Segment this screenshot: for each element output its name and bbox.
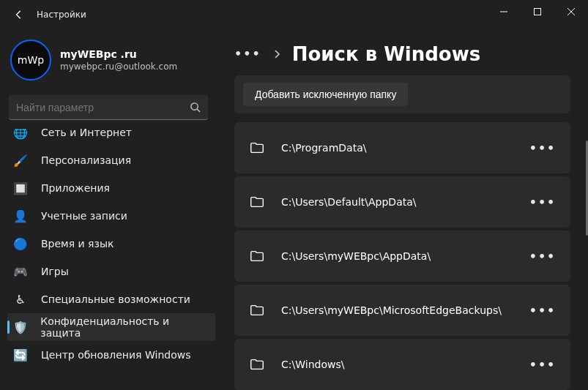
search-icon [190,102,201,113]
sidebar-item-icon: 🔄 [10,348,31,362]
excluded-folder-row[interactable]: C:\Users\myWEBpc\AppData\ ••• [234,230,570,282]
avatar: mWp [10,40,51,80]
svg-rect-1 [535,9,541,15]
profile-name: myWEBpc .ru [60,48,177,60]
sidebar-item[interactable]: 🔄 Центр обновления Windows [7,341,215,369]
search-box[interactable] [9,95,208,120]
folder-path: C:\Users\myWEBpc\AppData\ [281,250,513,262]
close-button[interactable] [554,0,588,23]
sidebar-item-label: Игры [41,266,69,277]
sidebar-item[interactable]: 🎮 Игры [7,258,215,285]
row-more-button[interactable]: ••• [529,300,556,320]
minimize-button[interactable] [487,0,521,23]
sidebar-item-icon: 🛡️ [10,320,30,334]
folder-icon [249,248,265,264]
profile-email: mywebpc.ru@outlook.com [60,61,177,72]
chevron-right-icon [273,49,280,59]
sidebar-item-icon: ♿ [10,293,31,307]
sidebar-item-label: Конфиденциальность и защита [40,315,208,339]
window-controls [487,0,588,23]
profile-block[interactable]: mWp myWEBpc .ru mywebpc.ru@outlook.com [7,32,215,89]
sidebar-item-icon: 🎮 [10,265,31,279]
svg-point-2 [191,103,198,110]
sidebar-item[interactable]: 🌐 Сеть и Интернет [7,129,215,146]
folder-icon [249,194,265,210]
folder-icon [249,302,265,318]
maximize-button[interactable] [521,0,554,23]
excluded-folder-row[interactable]: C:\Users\Default\AppData\ ••• [234,176,570,228]
sidebar-item-label: Специальные возможности [41,293,190,305]
page-title: Поиск в Windows [292,43,481,65]
add-excluded-folder-button[interactable]: Добавить исключенную папку [243,83,408,106]
add-folder-bar: Добавить исключенную папку [234,75,570,113]
sidebar-item[interactable]: 👤 Учетные записи [7,202,215,230]
sidebar-item-label: Персонализация [41,154,131,166]
sidebar-item-icon: 🖌️ [10,154,31,168]
breadcrumb: ••• Поиск в Windows [234,41,570,67]
folder-path: C:\ProgramData\ [281,142,513,154]
folder-path: C:\Users\Default\AppData\ [281,196,513,208]
excluded-folder-row[interactable]: C:\Users\myWEBpc\MicrosoftEdgeBackups\ •… [234,285,570,336]
svg-line-3 [197,109,200,112]
sidebar-item[interactable]: 🖌️ Персонализация [7,146,215,174]
row-more-button[interactable]: ••• [529,246,556,266]
sidebar-item-label: Учетные записи [41,210,127,222]
breadcrumb-more-button[interactable]: ••• [234,47,261,61]
excluded-folders-list: C:\ProgramData\ ••• C:\Users\Default\App… [234,122,570,390]
sidebar-item-icon: 🌐 [10,129,31,140]
folder-path: C:\Users\myWEBpc\MicrosoftEdgeBackups\ [281,304,513,316]
sidebar-item-label: Приложения [41,182,110,194]
row-more-button[interactable]: ••• [529,192,556,212]
sidebar-item-icon: 🔵 [10,237,31,251]
window-title: Настройки [37,10,86,20]
sidebar-item[interactable]: ♿ Специальные возможности [7,285,215,313]
row-more-button[interactable]: ••• [529,354,556,375]
back-button[interactable] [9,4,29,25]
folder-path: C:\Windows\ [281,359,513,370]
row-more-button[interactable]: ••• [529,138,556,158]
sidebar-item-label: Сеть и Интернет [41,129,132,138]
sidebar-item[interactable]: 🔵 Время и язык [7,230,215,258]
sidebar-item-icon: 🔲 [10,181,31,195]
sidebar-item-label: Центр обновления Windows [41,349,190,361]
folder-icon [249,140,265,156]
folder-icon [249,356,265,372]
excluded-folder-row[interactable]: C:\Windows\ ••• [234,339,570,390]
sidebar-item[interactable]: 🔲 Приложения [7,174,215,202]
sidebar-item-icon: 👤 [10,209,31,223]
sidebar-item-label: Время и язык [41,238,113,250]
excluded-folder-row[interactable]: C:\ProgramData\ ••• [234,122,570,173]
search-input[interactable] [16,102,184,113]
sidebar-nav: 🌐 Сеть и Интернет🖌️ Персонализация🔲 Прил… [7,129,215,390]
main-panel: ••• Поиск в Windows Добавить исключенную… [217,29,588,390]
sidebar: mWp myWEBpc .ru mywebpc.ru@outlook.com 🌐… [0,29,217,390]
sidebar-item[interactable]: 🛡️ Конфиденциальность и защита [7,313,215,341]
